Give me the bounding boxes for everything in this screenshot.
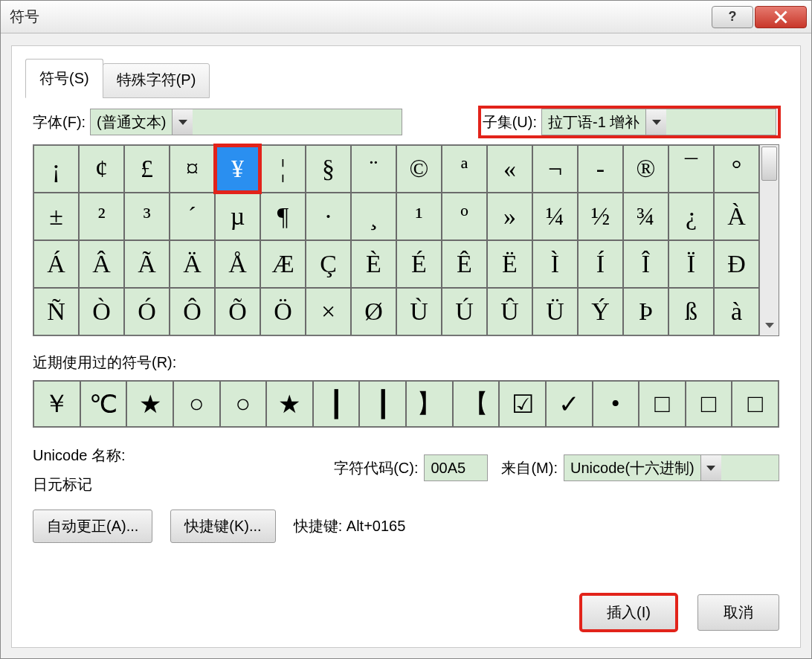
symbol-cell[interactable]: ß (668, 288, 714, 335)
recent-symbol-cell[interactable]: 】 (406, 381, 453, 427)
recent-symbol-cell[interactable]: ✓ (546, 381, 593, 427)
recent-symbol-cell[interactable]: □ (732, 381, 779, 427)
symbol-cell[interactable]: Ê (442, 240, 487, 288)
symbol-cell[interactable]: º (442, 193, 487, 240)
symbol-cell[interactable]: Ý (578, 288, 623, 335)
recent-symbol-cell[interactable]: ★ (266, 381, 313, 427)
symbol-cell[interactable]: Ù (396, 288, 442, 335)
symbol-cell[interactable]: ¦ (260, 145, 306, 193)
symbol-cell[interactable]: Ä (170, 240, 215, 288)
symbol-cell[interactable]: ¹ (396, 193, 442, 240)
subset-combo[interactable]: 拉丁语-1 增补 (541, 109, 776, 135)
insert-button[interactable]: 插入(I) (581, 594, 677, 631)
symbol-cell[interactable]: Ú (442, 288, 487, 335)
symbol-cell[interactable]: Å (215, 240, 260, 288)
symbol-cell[interactable]: · (306, 193, 351, 240)
symbol-cell[interactable]: Ø (351, 288, 396, 335)
tab-symbols[interactable]: 符号(S) (25, 59, 103, 98)
symbol-cell[interactable]: ¤ (170, 145, 215, 193)
tab-special-chars[interactable]: 特殊字符(P) (103, 63, 210, 98)
recent-symbol-cell[interactable]: ○ (220, 381, 267, 427)
symbol-cell[interactable]: Í (578, 240, 623, 288)
symbol-cell[interactable]: Ö (260, 288, 306, 335)
symbol-cell[interactable]: À (714, 193, 759, 240)
symbol-cell[interactable]: Î (623, 240, 668, 288)
symbol-cell[interactable]: © (396, 145, 442, 193)
symbol-cell[interactable]: µ (215, 193, 260, 240)
symbol-cell[interactable]: Ã (124, 240, 170, 288)
symbol-cell[interactable]: Æ (260, 240, 306, 288)
symbol-cell[interactable]: « (487, 145, 532, 193)
symbol-cell[interactable]: ³ (124, 193, 170, 240)
recent-symbol-cell[interactable]: ℃ (80, 381, 127, 427)
recent-symbol-cell[interactable]: □ (686, 381, 732, 427)
recent-symbol-cell[interactable]: □ (639, 381, 686, 427)
grid-scrollbar[interactable] (759, 145, 779, 335)
recent-symbol-cell[interactable]: ★ (126, 381, 173, 427)
recent-symbol-cell[interactable]: ┃ (359, 381, 406, 427)
symbol-cell[interactable]: ¾ (623, 193, 668, 240)
symbol-cell[interactable]: ¥ (215, 145, 260, 193)
symbol-cell[interactable]: Ü (532, 288, 578, 335)
symbol-cell[interactable]: ´ (170, 193, 215, 240)
symbol-cell[interactable]: Ó (124, 288, 170, 335)
symbol-cell[interactable]: Õ (215, 288, 260, 335)
symbol-cell[interactable]: à (714, 288, 759, 335)
recent-symbol-cell[interactable]: ☑ (499, 381, 546, 427)
scroll-down-icon[interactable] (761, 316, 777, 334)
symbol-cell[interactable]: ¿ (668, 193, 714, 240)
symbol-cell[interactable]: ¢ (79, 145, 124, 193)
symbol-cell[interactable]: É (396, 240, 442, 288)
recent-symbol-cell[interactable]: 【 (453, 381, 500, 427)
symbol-cell[interactable]: ¶ (260, 193, 306, 240)
window-title: 符号 (10, 7, 710, 27)
symbol-cell[interactable]: × (306, 288, 351, 335)
symbol-cell[interactable]: Ç (306, 240, 351, 288)
help-button[interactable] (712, 6, 753, 28)
symbol-cell[interactable]: £ (124, 145, 170, 193)
cancel-button[interactable]: 取消 (697, 594, 779, 631)
recent-symbol-cell[interactable]: ┃ (313, 381, 360, 427)
symbol-cell[interactable]: Á (33, 240, 79, 288)
char-code-input[interactable]: 00A5 (424, 454, 488, 481)
symbol-cell[interactable]: Ò (79, 288, 124, 335)
close-button[interactable] (755, 6, 807, 28)
symbol-cell[interactable]: Â (79, 240, 124, 288)
from-label: 来自(M): (501, 458, 558, 478)
symbol-cell[interactable]: Ì (532, 240, 578, 288)
symbol-cell[interactable]: ¼ (532, 193, 578, 240)
symbol-cell[interactable]: ½ (578, 193, 623, 240)
symbol-cell[interactable]: ª (442, 145, 487, 193)
from-combo[interactable]: Unicode(十六进制) (564, 454, 779, 481)
symbol-cell[interactable]: » (487, 193, 532, 240)
symbol-cell[interactable]: ¡ (33, 145, 79, 193)
symbol-cell[interactable]: Ë (487, 240, 532, 288)
symbol-cell[interactable]: § (306, 145, 351, 193)
scroll-thumb[interactable] (761, 147, 777, 181)
symbol-cell[interactable]: Ð (714, 240, 759, 288)
symbol-cell[interactable]: ° (714, 145, 759, 193)
symbol-cell[interactable]: ¸ (351, 193, 396, 240)
symbol-cell[interactable]: ¬ (532, 145, 578, 193)
symbol-cell[interactable]: ¨ (351, 145, 396, 193)
symbol-cell[interactable]: Þ (623, 288, 668, 335)
shortcut-display: 快捷键: Alt+0165 (294, 516, 406, 536)
symbol-cell[interactable]: ² (79, 193, 124, 240)
tab-content: 字体(F): (普通文本) 子集(U): 拉丁语-1 增补 ¡¢£¤¥¦§¨©ª… (12, 98, 800, 543)
symbol-cell[interactable]: - (578, 145, 623, 193)
autocorrect-button[interactable]: 自动更正(A)... (33, 509, 152, 543)
symbol-cell[interactable]: ± (33, 193, 79, 240)
font-combo[interactable]: (普通文本) (90, 109, 402, 135)
symbol-cell[interactable]: È (351, 240, 396, 288)
symbol-cell[interactable]: Û (487, 288, 532, 335)
recent-symbol-cell[interactable]: • (593, 381, 639, 427)
shortcut-key-button[interactable]: 快捷键(K)... (170, 509, 275, 543)
symbol-cell[interactable]: ® (623, 145, 668, 193)
unicode-name-label: Unicode 名称: (33, 446, 126, 466)
symbol-cell[interactable]: Ô (170, 288, 215, 335)
symbol-cell[interactable]: Ï (668, 240, 714, 288)
symbol-cell[interactable]: Ñ (33, 288, 79, 335)
symbol-cell[interactable]: ¯ (668, 145, 714, 193)
recent-symbol-cell[interactable]: ￥ (33, 381, 80, 427)
recent-symbol-cell[interactable]: ○ (173, 381, 220, 427)
